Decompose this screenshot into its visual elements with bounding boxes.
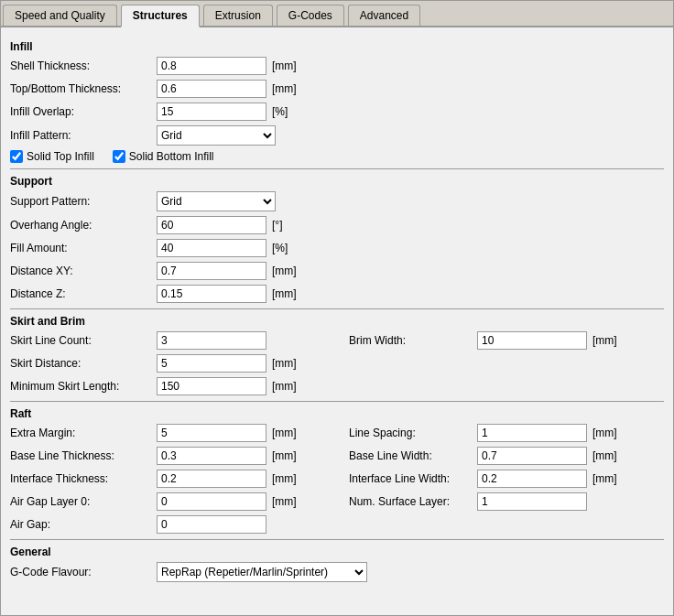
solid-top-infill-item: Solid Top Infill	[10, 150, 94, 163]
fill-amount-label: Fill Amount:	[10, 242, 157, 254]
base-line-thickness-unit: [mm]	[272, 449, 299, 462]
overhang-angle-label: Overhang Angle:	[10, 219, 157, 232]
solid-bottom-infill-checkbox[interactable]	[113, 150, 125, 163]
num-surface-layer-input[interactable]	[477, 492, 587, 511]
interface-line-width-unit: [mm]	[592, 472, 620, 485]
fill-amount-unit: [%]	[272, 242, 299, 254]
topbottom-thickness-input[interactable]	[157, 80, 266, 98]
infill-overlap-unit: [%]	[272, 105, 299, 118]
interface-line-width-input[interactable]	[477, 470, 587, 488]
skirt-line-count-input[interactable]	[157, 331, 266, 350]
extra-margin-unit: [mm]	[272, 427, 299, 439]
skirt-distance-row: Skirt Distance: [mm]	[10, 354, 664, 373]
support-pattern-select[interactable]: Grid Lines	[157, 191, 276, 211]
infill-pattern-select[interactable]: Grid Lines Triangles	[157, 125, 276, 146]
tab-extrusion[interactable]: Extrusion	[203, 5, 273, 26]
air-gap-layer0-label: Air Gap Layer 0:	[10, 495, 157, 508]
tab-gcodes[interactable]: G-Codes	[277, 5, 344, 26]
solid-top-infill-label: Solid Top Infill	[27, 150, 94, 163]
topbottom-thickness-label: Top/Bottom Thickness:	[10, 82, 157, 95]
skirt-brim-divider	[10, 401, 664, 402]
interface-thickness-unit: [mm]	[272, 472, 299, 485]
skirt-distance-input[interactable]	[157, 354, 266, 373]
support-divider	[10, 308, 664, 309]
raft-divider	[10, 539, 664, 540]
gcode-flavour-row: G-Code Flavour: RepRap (Repetier/Marlin/…	[10, 562, 664, 582]
interface-thickness-row: Interface Thickness: [mm] Interface Line…	[10, 470, 664, 488]
min-skirt-length-label: Minimum Skirt Length:	[10, 380, 157, 393]
extra-margin-row: Extra Margin: [mm] Line Spacing: [mm]	[10, 424, 664, 442]
air-gap-input[interactable]	[157, 515, 266, 534]
tab-bar: Speed and Quality Structures Extrusion G…	[1, 1, 673, 27]
support-pattern-row: Support Pattern: Grid Lines	[10, 191, 664, 211]
tab-structures[interactable]: Structures	[121, 5, 200, 27]
gcode-flavour-label: G-Code Flavour:	[10, 566, 157, 578]
base-line-width-unit: [mm]	[592, 449, 620, 462]
distance-xy-unit: [mm]	[272, 265, 299, 277]
infill-pattern-label: Infill Pattern:	[10, 129, 157, 142]
interface-thickness-label: Interface Thickness:	[10, 472, 157, 485]
base-line-thickness-label: Base Line Thickness:	[10, 449, 157, 462]
num-surface-layer-label: Num. Surface Layer:	[349, 495, 477, 508]
distance-z-unit: [mm]	[272, 287, 299, 300]
brim-width-unit: [mm]	[592, 334, 620, 347]
skirt-line-count-label: Skirt Line Count:	[10, 334, 157, 347]
distance-z-input[interactable]	[157, 285, 266, 303]
line-spacing-label: Line Spacing:	[349, 427, 477, 439]
support-pattern-label: Support Pattern:	[10, 195, 157, 208]
shell-thickness-row: Shell Thickness: [mm]	[10, 57, 664, 75]
distance-xy-row: Distance XY: [mm]	[10, 262, 664, 280]
base-line-width-label: Base Line Width:	[349, 449, 477, 462]
infill-overlap-row: Infill Overlap: [%]	[10, 103, 664, 121]
interface-line-width-label: Interface Line Width:	[349, 472, 477, 485]
base-line-width-input[interactable]	[477, 447, 587, 465]
brim-width-label: Brim Width:	[349, 334, 477, 347]
solid-top-infill-checkbox[interactable]	[10, 150, 23, 163]
fill-amount-input[interactable]	[157, 239, 266, 257]
tab-advanced[interactable]: Advanced	[348, 5, 420, 26]
shell-thickness-label: Shell Thickness:	[10, 59, 157, 72]
min-skirt-length-row: Minimum Skirt Length: [mm]	[10, 377, 664, 395]
skirt-line-count-row: Skirt Line Count: Brim Width: [mm]	[10, 331, 664, 350]
solid-bottom-infill-item: Solid Bottom Infill	[113, 150, 214, 163]
general-section-label: General	[10, 546, 664, 558]
overhang-angle-input[interactable]	[157, 216, 266, 234]
air-gap-layer0-row: Air Gap Layer 0: [mm] Num. Surface Layer…	[10, 492, 664, 511]
extra-margin-label: Extra Margin:	[10, 427, 157, 439]
distance-xy-label: Distance XY:	[10, 265, 157, 277]
base-line-thickness-input[interactable]	[157, 447, 266, 465]
overhang-angle-row: Overhang Angle: [°]	[10, 216, 664, 234]
support-section-label: Support	[10, 175, 664, 188]
shell-thickness-input[interactable]	[157, 57, 266, 75]
main-window: Speed and Quality Structures Extrusion G…	[0, 0, 674, 616]
fill-amount-row: Fill Amount: [%]	[10, 239, 664, 257]
air-gap-layer0-input[interactable]	[157, 492, 266, 511]
line-spacing-input[interactable]	[477, 424, 587, 442]
topbottom-thickness-unit: [mm]	[272, 82, 299, 95]
distance-z-row: Distance Z: [mm]	[10, 285, 664, 303]
interface-thickness-input[interactable]	[157, 470, 266, 488]
line-spacing-unit: [mm]	[592, 427, 620, 439]
infill-divider	[10, 168, 664, 169]
min-skirt-length-unit: [mm]	[272, 380, 299, 393]
skirt-distance-label: Skirt Distance:	[10, 357, 157, 370]
extra-margin-input[interactable]	[157, 424, 266, 442]
distance-xy-input[interactable]	[157, 262, 266, 280]
brim-width-input[interactable]	[477, 331, 587, 350]
content-area: Infill Shell Thickness: [mm] Top/Bottom …	[1, 27, 673, 594]
infill-overlap-input[interactable]	[157, 103, 266, 121]
gcode-flavour-select[interactable]: RepRap (Repetier/Marlin/Sprinter) Ultima…	[157, 562, 367, 582]
air-gap-row: Air Gap:	[10, 515, 664, 534]
skirt-distance-unit: [mm]	[272, 357, 299, 370]
infill-overlap-label: Infill Overlap:	[10, 105, 157, 118]
air-gap-layer0-unit: [mm]	[272, 495, 299, 508]
air-gap-label: Air Gap:	[10, 518, 157, 531]
min-skirt-length-input[interactable]	[157, 377, 266, 395]
topbottom-thickness-row: Top/Bottom Thickness: [mm]	[10, 80, 664, 98]
infill-checkboxes: Solid Top Infill Solid Bottom Infill	[10, 150, 664, 163]
tab-speed-quality[interactable]: Speed and Quality	[3, 5, 117, 26]
base-line-thickness-row: Base Line Thickness: [mm] Base Line Widt…	[10, 447, 664, 465]
infill-pattern-row: Infill Pattern: Grid Lines Triangles	[10, 125, 664, 146]
overhang-angle-unit: [°]	[272, 219, 299, 232]
raft-section-label: Raft	[10, 407, 664, 420]
